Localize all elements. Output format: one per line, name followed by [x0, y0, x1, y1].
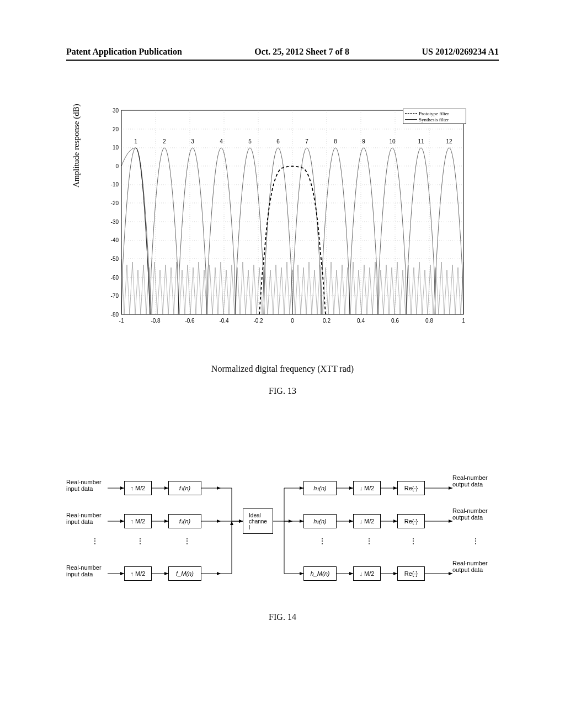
svg-text:9: 9 — [362, 138, 365, 144]
svg-text:7: 7 — [305, 138, 308, 144]
svg-text:0.8: 0.8 — [425, 318, 433, 324]
fm-block: f_M(n) — [168, 566, 201, 581]
svg-text:3: 3 — [191, 138, 194, 144]
svg-text:11: 11 — [418, 138, 424, 144]
legend-prototype: Prototype filter — [419, 111, 449, 116]
vdots-icon: ⋮ — [136, 540, 144, 543]
vdots-icon: ⋮ — [472, 540, 479, 543]
fig13-caption: FIG. 13 — [0, 386, 565, 396]
fig13-chart: 302010 0-10-20 -30-40-50 -60-70-80 -1-0.… — [94, 105, 469, 325]
re-m: Re{·} — [397, 566, 425, 581]
downsample-2: ↓ M/2 — [353, 514, 381, 528]
re-2: Re{·} — [397, 514, 425, 528]
upsample-m: ↑ M/2 — [124, 566, 152, 581]
input-label-1: Real-number input data — [66, 479, 108, 492]
output-label-m: Real-number output data — [452, 560, 497, 573]
input-label-m: Real-number input data — [66, 564, 108, 577]
svg-text:-30: -30 — [111, 219, 119, 225]
header-left: Patent Application Publication — [66, 47, 182, 57]
svg-text:0: 0 — [291, 318, 294, 324]
svg-text:-0.2: -0.2 — [253, 318, 263, 324]
ideal-channel-block: Ideal channe l — [243, 508, 273, 534]
svg-text:-0.8: -0.8 — [151, 318, 161, 324]
header-right: US 2012/0269234 A1 — [422, 47, 499, 57]
svg-text:-0.4: -0.4 — [219, 318, 229, 324]
legend-synthesis: Synthesis filter — [419, 117, 449, 122]
h2-block: h₂(n) — [303, 514, 337, 528]
upsample-1: ↑ M/2 — [124, 481, 152, 495]
header-rule — [66, 60, 499, 61]
fig14-caption: FIG. 14 — [0, 612, 565, 622]
svg-text:2: 2 — [163, 138, 166, 144]
vdots-icon: ⋮ — [409, 540, 417, 543]
fig13-xlabel: Normalized digital frequency (XTT rad) — [0, 364, 565, 374]
fig13-legend: Prototype filter Synthesis filter — [403, 109, 466, 124]
svg-text:0.2: 0.2 — [323, 318, 331, 324]
svg-text:-50: -50 — [111, 256, 119, 262]
hm-block: h_M(n) — [303, 566, 337, 581]
upsample-2: ↑ M/2 — [124, 514, 152, 528]
svg-text:-1: -1 — [119, 318, 124, 324]
svg-text:12: 12 — [446, 138, 452, 144]
svg-text:10: 10 — [113, 144, 119, 151]
svg-text:1: 1 — [462, 318, 465, 324]
header-center: Oct. 25, 2012 Sheet 7 of 8 — [254, 47, 349, 57]
svg-text:-20: -20 — [111, 200, 119, 206]
svg-text:-40: -40 — [111, 237, 119, 243]
svg-text:10: 10 — [389, 138, 396, 144]
svg-text:-0.6: -0.6 — [185, 318, 195, 324]
svg-text:-70: -70 — [111, 293, 119, 299]
input-label-2: Real-number input data — [66, 512, 108, 525]
svg-text:5: 5 — [248, 138, 252, 144]
output-label-2: Real-number output data — [452, 507, 497, 521]
f1-block: f₁(n) — [168, 481, 201, 495]
downsample-1: ↓ M/2 — [353, 481, 381, 495]
svg-text:4: 4 — [220, 138, 223, 144]
fig14-diagram: Real-number input data Real-number input… — [66, 463, 497, 596]
svg-text:-10: -10 — [111, 181, 119, 188]
fig13-ylabel: Amplitude response (dB) — [72, 104, 81, 188]
svg-text:0: 0 — [115, 163, 119, 169]
svg-text:1: 1 — [134, 138, 137, 144]
svg-text:20: 20 — [113, 126, 119, 132]
svg-text:0.4: 0.4 — [357, 318, 365, 324]
vdots-icon: ⋮ — [183, 540, 191, 543]
svg-text:6: 6 — [276, 138, 280, 144]
f2-block: f₂(n) — [168, 514, 201, 528]
vdots-icon: ⋮ — [318, 540, 326, 543]
svg-text:-60: -60 — [111, 275, 119, 281]
downsample-m: ↓ M/2 — [353, 566, 381, 581]
svg-text:30: 30 — [113, 108, 119, 114]
h1-block: h₁(n) — [303, 481, 337, 495]
svg-text:-80: -80 — [111, 312, 119, 318]
re-1: Re{·} — [397, 481, 425, 495]
output-label-1: Real-number output data — [452, 474, 497, 488]
svg-text:0.6: 0.6 — [391, 318, 399, 324]
svg-text:8: 8 — [334, 138, 337, 144]
vdots-icon: ⋮ — [91, 540, 99, 543]
vdots-icon: ⋮ — [365, 540, 373, 543]
